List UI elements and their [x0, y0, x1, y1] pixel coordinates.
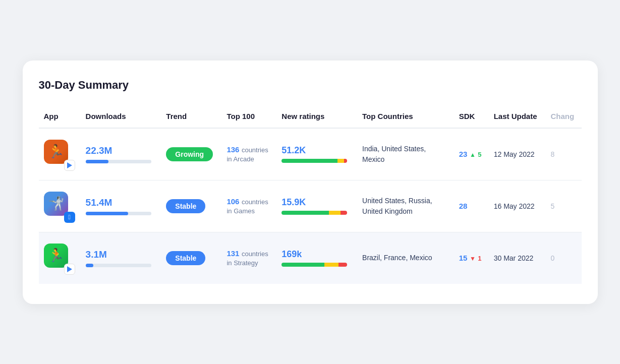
page-title: 30-Day Summary [39, 79, 582, 92]
col-trend: Trend [161, 106, 221, 128]
app-icon-wrapper: 🤺  [44, 192, 73, 221]
col-downloads: Downloads [81, 106, 161, 128]
change-value: 8 [550, 150, 554, 158]
app-cell: 🤺  [39, 180, 81, 232]
ratings-bar [281, 211, 347, 215]
trend-cell: Stable [161, 180, 221, 232]
change-cell: 8 [545, 128, 581, 180]
col-change: Chang [545, 106, 581, 128]
sdk-cell: 23 ▲ 5 [454, 128, 489, 180]
sdk-value: 15 [459, 254, 468, 262]
sdk-delta: 1 [478, 255, 481, 262]
countries-text: India, United States, Mexico [362, 144, 443, 165]
countries-text: Brazil, France, Mexico [362, 253, 443, 263]
downloads-value: 22.3M [86, 145, 156, 156]
countries-cell: India, United States, Mexico [357, 128, 454, 180]
top100-count: 106 [227, 197, 239, 206]
last-update-cell: 12 May 2022 [489, 128, 546, 180]
downloads-bar [86, 212, 151, 215]
ratings-value: 51.2K [281, 145, 352, 156]
sdk-trend-icon: ▼ [470, 255, 476, 262]
col-sdk: SDK [454, 106, 489, 128]
table-row: 🏃 22.3M Growing 136 countriesin Arcade 5… [39, 128, 582, 180]
last-update-text: 12 May 2022 [494, 150, 535, 158]
change-value: 5 [550, 202, 554, 210]
summary-table: App Downloads Trend Top 100 New ratings … [39, 106, 582, 284]
change-cell: 5 [545, 180, 581, 232]
top100-cell: 136 countriesin Arcade [221, 128, 276, 180]
app-cell: 🏃 [39, 232, 81, 284]
ratings-bar [281, 159, 347, 163]
ratings-bar [281, 263, 347, 267]
play-store-badge [64, 160, 75, 171]
downloads-cell: 51.4M [81, 180, 161, 232]
play-store-badge [64, 264, 75, 275]
apple-store-badge:  [64, 212, 75, 223]
app-icon-wrapper: 🏃 [44, 244, 73, 273]
app-cell: 🏃 [39, 128, 81, 180]
countries-cell: United States, Russia, United Kingdom [357, 180, 454, 232]
sdk-value: 23 [459, 150, 468, 158]
app-icon: 🏃 [44, 244, 68, 268]
trend-badge: Stable [166, 251, 205, 265]
change-value: 0 [550, 254, 554, 262]
change-cell: 0 [545, 232, 581, 284]
summary-card: 30-Day Summary App Downloads Trend Top 1… [23, 60, 598, 304]
top100-count: 131 [227, 249, 239, 258]
top100-cell: 131 countriesin Strategy [221, 232, 276, 284]
ratings-cell: 15.9K [276, 180, 357, 232]
trend-cell: Stable [161, 232, 221, 284]
countries-text: United States, Russia, United Kingdom [362, 196, 443, 217]
downloads-value: 3.1M [86, 249, 156, 260]
table-row: 🤺  51.4M Stable 106 countriesin Games 1… [39, 180, 582, 232]
countries-cell: Brazil, France, Mexico [357, 232, 454, 284]
sdk-delta: 5 [478, 151, 481, 158]
downloads-cell: 3.1M [81, 232, 161, 284]
app-icon-wrapper: 🏃 [44, 140, 73, 169]
last-update-text: 16 May 2022 [494, 202, 535, 210]
table-row: 🏃 3.1M Stable 131 countriesin Strategy 1… [39, 232, 582, 284]
sdk-cell: 28 [454, 180, 489, 232]
app-icon: 🤺 [44, 192, 68, 216]
trend-cell: Growing [161, 128, 221, 180]
col-top100: Top 100 [221, 106, 276, 128]
downloads-value: 51.4M [86, 197, 156, 208]
trend-badge: Growing [166, 147, 213, 161]
col-app: App [39, 106, 81, 128]
last-update-text: 30 Mar 2022 [494, 254, 534, 262]
ratings-value: 15.9K [281, 197, 352, 208]
trend-badge: Stable [166, 199, 205, 213]
ratings-value: 169k [281, 249, 352, 260]
top100-cell: 106 countriesin Games [221, 180, 276, 232]
ratings-cell: 169k [276, 232, 357, 284]
downloads-bar [86, 264, 151, 267]
col-lastupdate: Last Update [489, 106, 546, 128]
sdk-value: 28 [459, 202, 468, 210]
col-countries: Top Countries [357, 106, 454, 128]
app-icon: 🏃 [44, 140, 68, 164]
ratings-cell: 51.2K [276, 128, 357, 180]
top100-count: 136 [227, 145, 239, 154]
last-update-cell: 30 Mar 2022 [489, 232, 546, 284]
last-update-cell: 16 May 2022 [489, 180, 546, 232]
col-ratings: New ratings [276, 106, 357, 128]
downloads-cell: 22.3M [81, 128, 161, 180]
sdk-trend-icon: ▲ [470, 151, 476, 158]
downloads-bar [86, 160, 151, 163]
sdk-cell: 15 ▼ 1 [454, 232, 489, 284]
